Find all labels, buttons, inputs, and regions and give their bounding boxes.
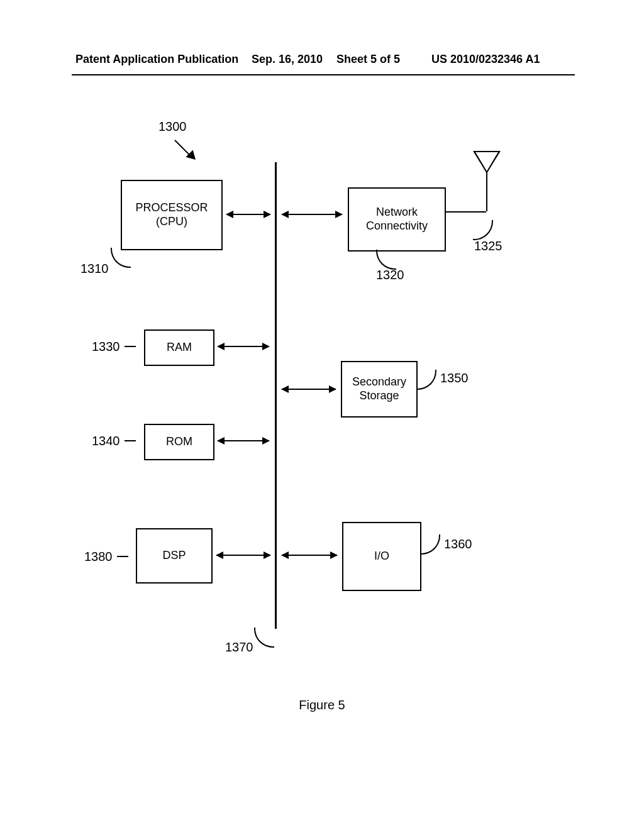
ref-io: 1360 — [444, 537, 472, 551]
publication-label: Patent Application Publication — [75, 53, 238, 66]
block-rom-label: ROM — [166, 435, 192, 449]
leader-dsp — [117, 556, 128, 557]
page: Patent Application Publication Sep. 16, … — [0, 0, 644, 830]
document-number: US 2010/0232346 A1 — [431, 53, 540, 66]
leader-io — [420, 534, 440, 555]
block-io: I/O — [342, 522, 421, 591]
block-dsp-label: DSP — [162, 549, 186, 563]
antenna-mast — [486, 172, 487, 211]
block-secondary-storage-label: Secondary Storage — [352, 375, 406, 402]
sheet-number: Sheet 5 of 5 — [336, 53, 400, 66]
arrow-rom — [218, 440, 269, 441]
header-rule — [72, 74, 575, 75]
arrow-dsp — [216, 555, 270, 556]
ref-dsp: 1380 — [84, 550, 113, 564]
leader-bus — [254, 628, 274, 648]
leader-antenna — [473, 220, 493, 240]
arrow-io — [282, 555, 337, 556]
leader-rom — [125, 440, 136, 441]
block-ram: RAM — [144, 329, 214, 366]
arrow-network — [282, 214, 342, 215]
block-rom: ROM — [144, 424, 214, 460]
ref-antenna: 1325 — [474, 239, 502, 253]
block-io-label: I/O — [374, 550, 389, 563]
antenna-icon — [473, 151, 501, 174]
antenna-link — [445, 211, 486, 213]
leader-secondary — [416, 370, 436, 390]
patent-header: Patent Application Publication Sep. 16, … — [0, 53, 644, 72]
ref-rom: 1340 — [92, 434, 120, 448]
ref-network: 1320 — [376, 268, 404, 282]
block-dsp: DSP — [136, 528, 213, 584]
arrow-ram — [218, 346, 269, 347]
leader-ram — [125, 346, 136, 347]
block-ram-label: RAM — [167, 341, 192, 355]
ref-processor: 1310 — [80, 262, 109, 276]
ref-overall: 1300 — [158, 119, 187, 134]
block-processor-label: PROCESSOR (CPU) — [135, 201, 208, 228]
system-bus — [275, 162, 277, 629]
block-secondary-storage: Secondary Storage — [341, 361, 418, 418]
publication-date: Sep. 16, 2010 — [252, 53, 323, 66]
figure-caption: Figure 5 — [0, 698, 644, 712]
block-processor: PROCESSOR (CPU) — [121, 180, 223, 250]
ref-secondary: 1350 — [440, 371, 469, 385]
ref-ram: 1330 — [92, 340, 120, 354]
ref-bus: 1370 — [225, 640, 253, 655]
leader-processor — [111, 248, 131, 268]
leader-network — [376, 250, 396, 270]
block-network: Network Connectivity — [348, 187, 446, 252]
block-network-label: Network Connectivity — [366, 206, 428, 233]
arrow-processor — [226, 214, 270, 215]
figure-5: 1300 1370 PROCESSOR (CPU) 1310 Network C… — [0, 94, 644, 723]
arrow-secondary — [282, 389, 336, 390]
